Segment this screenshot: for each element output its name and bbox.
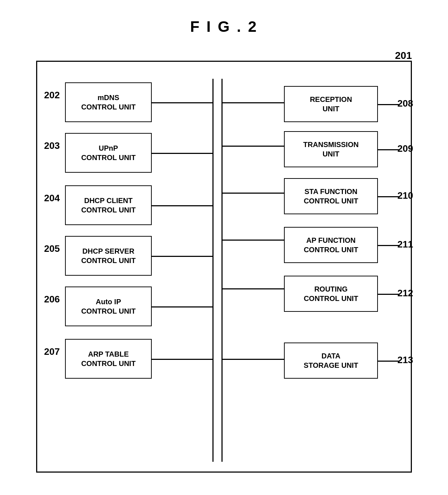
ref-label-203: 203 [44, 140, 60, 151]
line-211 [223, 240, 284, 241]
ref-label-210: 210 [397, 190, 413, 201]
line-207 [152, 359, 213, 360]
ref-label-212: 212 [397, 288, 413, 299]
ref-label-208: 208 [397, 98, 413, 109]
bus-bar [212, 79, 223, 462]
box-212: ROUTING CONTROL UNIT [284, 276, 378, 312]
ref-label-205: 205 [44, 243, 60, 254]
ref-label-213: 213 [397, 354, 413, 366]
ref-label-211: 211 [397, 239, 413, 250]
box-205: DHCP SERVER CONTROL UNIT [65, 236, 152, 276]
box-206: Auto IP CONTROL UNIT [65, 287, 152, 326]
line-204 [152, 205, 213, 206]
ref-label-204: 204 [44, 193, 60, 204]
arrow-212 [378, 294, 400, 295]
line-209 [223, 146, 284, 147]
arrow-209 [378, 149, 400, 150]
box-208: RECEPTION UNIT [284, 86, 378, 122]
box-209: TRANSMISSION UNIT [284, 131, 378, 167]
line-205 [152, 256, 213, 257]
arrow-211 [378, 245, 400, 246]
box-213: DATA STORAGE UNIT [284, 343, 378, 379]
line-213 [223, 359, 284, 360]
ref-label-207: 207 [44, 346, 60, 357]
box-202: mDNS CONTROL UNIT [65, 82, 152, 122]
ref-label-209: 209 [397, 143, 413, 154]
diagram-wrapper: 201 202 mDNS CONTROL UNIT 203 UPnP CONTR… [25, 50, 423, 476]
arrow-208 [378, 104, 400, 105]
line-208 [223, 102, 284, 103]
line-203 [152, 153, 213, 154]
box-211: AP FUNCTION CONTROL UNIT [284, 227, 378, 263]
box-204: DHCP CLIENT CONTROL UNIT [65, 185, 152, 225]
arrow-213 [378, 361, 400, 362]
box-207: ARP TABLE CONTROL UNIT [65, 339, 152, 379]
box-210: STA FUNCTION CONTROL UNIT [284, 178, 378, 214]
line-210 [223, 193, 284, 194]
ref-label-202: 202 [44, 90, 60, 101]
box-203: UPnP CONTROL UNIT [65, 133, 152, 173]
line-202 [152, 102, 213, 103]
ref-label-201: 201 [395, 50, 412, 61]
arrow-210 [378, 196, 400, 197]
line-212 [223, 288, 284, 289]
figure-title: F I G . 2 [190, 18, 258, 35]
line-206 [152, 306, 213, 307]
ref-label-206: 206 [44, 294, 60, 305]
